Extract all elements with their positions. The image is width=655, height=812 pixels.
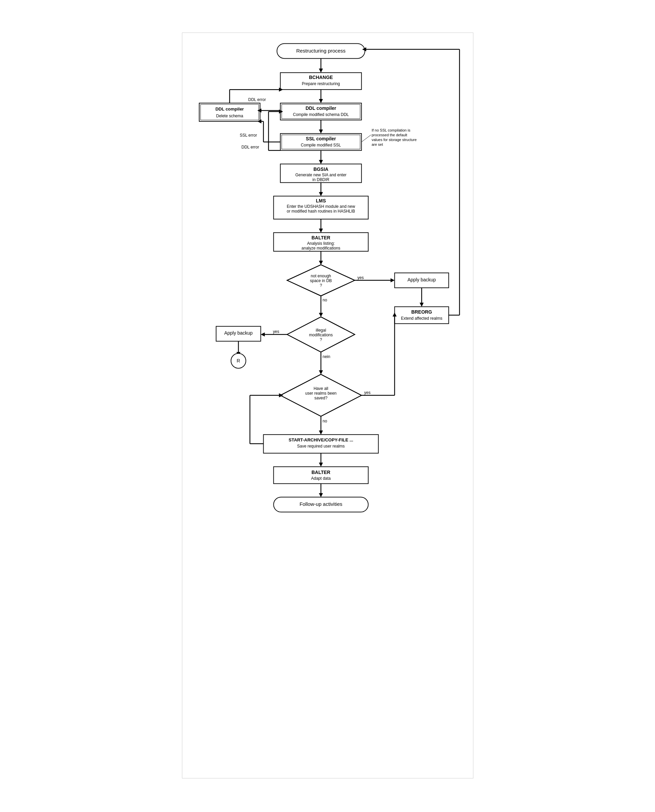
decision1-text: not enough — [311, 273, 331, 278]
svg-text:saved?: saved? — [314, 396, 328, 401]
svg-text:user realms been: user realms been — [305, 391, 336, 396]
svg-text:?: ? — [320, 283, 322, 288]
lms-sub: Enter the UDSHASH module and new — [287, 204, 355, 209]
svg-marker-10 — [319, 129, 323, 133]
svg-marker-6 — [319, 99, 323, 103]
svg-marker-30 — [319, 160, 323, 164]
ddl-error-label1: DDL error — [248, 97, 266, 102]
svg-marker-52 — [420, 302, 424, 307]
svg-line-13 — [361, 135, 371, 142]
flowchart-svg: Restructuring process BCHANGE Prepare re… — [182, 32, 474, 778]
svg-text:modifications: modifications — [309, 333, 333, 337]
bgsia-title: BGSIA — [313, 166, 328, 171]
svg-marker-79 — [319, 462, 323, 467]
svg-marker-64 — [319, 370, 323, 374]
ddl-compiler-left-sub: Delete schema — [216, 113, 243, 118]
ddl-compiler-main-sub: Compile modified schema DDL — [293, 112, 349, 117]
ddl-error-label2: DDL error — [241, 145, 259, 149]
svg-marker-62 — [261, 332, 264, 336]
svg-text:or modified hash routines in H: or modified hash routines in HASHLIB — [287, 209, 355, 214]
svg-marker-47 — [391, 278, 394, 282]
ssl-note: If no SSL compilation is processed the d… — [371, 128, 417, 146]
breorg-sub: Extend affected realms — [401, 316, 442, 320]
end-label: Follow-up activities — [299, 501, 342, 507]
svg-marker-38 — [319, 228, 323, 233]
decision1-yes: yes — [357, 275, 364, 280]
svg-marker-76 — [319, 430, 323, 434]
r-connector: R — [237, 358, 240, 364]
ddl-compiler-left-title: DDL compiler — [215, 106, 244, 111]
bchange-sub: Prepare restructuring — [301, 82, 340, 86]
decision2-text: illegal — [315, 328, 326, 333]
svg-text:in DBDIR: in DBDIR — [312, 177, 329, 182]
balter2-sub: Adapt data — [311, 476, 331, 481]
start-label: Restructuring process — [296, 48, 345, 54]
decision2-yes: yes — [273, 329, 279, 334]
balter1-title: BALTER — [311, 235, 331, 240]
lms-title: LMS — [316, 198, 326, 203]
diagram-container: Restructuring process BCHANGE Prepare re… — [175, 19, 480, 794]
decision3-text: Have all — [314, 386, 328, 391]
svg-marker-34 — [319, 192, 323, 196]
ssl-error-label: SSL error — [240, 133, 257, 137]
apply-backup-left: Apply backup — [224, 330, 252, 336]
balter1-sub: Analysis listing: — [307, 241, 335, 246]
save-title: START-ARCHIVE/COPY-FILE ... — [288, 437, 353, 442]
svg-text:?: ? — [320, 337, 322, 342]
decision1-no: no — [323, 297, 328, 302]
svg-marker-49 — [319, 313, 323, 317]
ssl-compiler-title: SSL compiler — [306, 136, 336, 141]
decision2-no: nein — [323, 354, 331, 359]
svg-text:Restructuring process: Restructuring process — [296, 48, 345, 54]
breorg-title: BREORG — [411, 309, 432, 314]
ssl-compiler-sub: Compile modified SSL — [301, 142, 341, 147]
decision3-yes: yes — [364, 390, 371, 395]
decision3-no: no — [323, 418, 328, 423]
bgsia-sub: Generate new SIA and enter — [295, 172, 346, 177]
apply-backup-right: Apply backup — [407, 277, 436, 282]
svg-marker-42 — [319, 260, 323, 265]
svg-marker-86 — [319, 493, 323, 497]
save-sub: Save required user realms — [297, 444, 344, 448]
svg-marker-3 — [319, 68, 323, 72]
svg-text:analyze modifications: analyze modifications — [301, 246, 340, 251]
ddl-compiler-main-title: DDL compiler — [305, 105, 336, 111]
balter2-title: BALTER — [311, 469, 331, 475]
svg-text:space in DB: space in DB — [310, 278, 332, 283]
bchange-title: BCHANGE — [309, 75, 333, 80]
